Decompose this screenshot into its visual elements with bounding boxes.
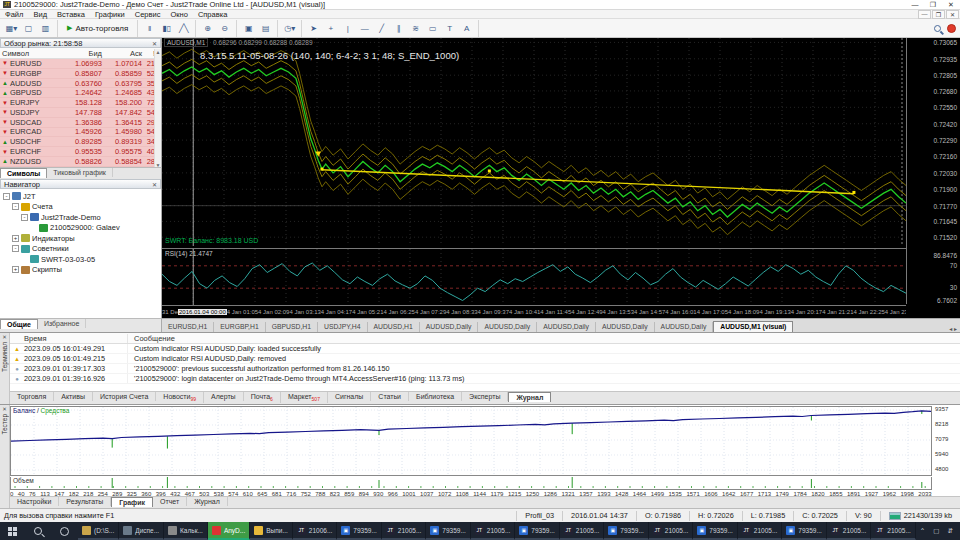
menu-item-Справка[interactable]: Справка [193, 10, 232, 19]
tray-network-icon[interactable]: ⇵ [947, 527, 952, 535]
taskbar-item-21005...[interactable]: JT21005... [738, 522, 783, 540]
tree-item-Индикаторы[interactable]: +Индикаторы [0, 233, 161, 244]
chart-tab-0[interactable]: EURUSD,H1 [162, 322, 214, 332]
tree-item-2100529000: Galaev[interactable]: 2100529000: Galaev [0, 223, 161, 234]
tab-Общие[interactable]: Общие [0, 319, 38, 329]
terminal-tab-Новости[interactable]: Новости99 [156, 392, 204, 403]
taskbar-item-79359...[interactable]: ▣79359... [337, 522, 382, 540]
crosshair-button[interactable]: + [323, 21, 338, 35]
chart-tab-4[interactable]: AUDUSD,H1 [368, 322, 420, 332]
record-icon[interactable] [947, 24, 956, 33]
bar-chart-button[interactable]: ‖ [142, 21, 157, 35]
tree-item-Just2Trade-Demo[interactable]: -Just2Trade-Demo [0, 212, 161, 223]
chart-tab-5[interactable]: AUDUSD,Daily [420, 322, 479, 332]
candlestick-button[interactable]: ▮▯ [159, 21, 174, 35]
zoom-out-button[interactable]: ⊖ [217, 21, 232, 35]
terminal-tab-Библиотека[interactable]: Библиотека [409, 392, 462, 401]
tree-toggle-icon[interactable]: - [12, 203, 19, 210]
cursor-button[interactable]: ➤ [306, 21, 321, 35]
tree-item-J2T[interactable]: -J2T [0, 191, 161, 202]
mdi-minimize-button[interactable]: — [918, 10, 931, 19]
chart-tab-2[interactable]: GBPUSD,H1 [266, 322, 318, 332]
table-row-GBPUSD[interactable]: ▲GBPUSD1.246421.2468543 [0, 88, 161, 98]
taskbar-item-AnyD...[interactable]: AnyD... [208, 522, 250, 540]
main-chart-plot[interactable]: SWRT: Баланс: 8983.18 USD [162, 38, 906, 246]
terminal-tab-Активы[interactable]: Активы [54, 392, 93, 401]
chart-window[interactable]: AUDUSD,M1 0.68296 0.68299 0.68288 0.6828… [162, 38, 960, 332]
table-row-EURJPY[interactable]: ▼EURJPY158.128158.20072 [0, 98, 161, 108]
table-row-AUDUSD[interactable]: ▲AUDUSD0.637600.6379535 [0, 79, 161, 89]
tree-item-Счета[interactable]: -Счета [0, 202, 161, 213]
taskbar-item-(D:\S...[interactable]: (D:\S... [78, 522, 119, 540]
market-watch-scrollbar[interactable]: ▲▼ [154, 49, 161, 168]
cortana-icon[interactable] [60, 527, 69, 536]
maximize-button[interactable]: ❐ [924, 1, 942, 9]
menu-item-Графики[interactable]: Графики [90, 10, 130, 19]
mdi-restore-button[interactable]: ❐ [932, 10, 945, 19]
vertical-line-button[interactable]: | [340, 21, 355, 35]
table-row-USDCAD[interactable]: ▼USDCAD1.363861.3641529 [0, 118, 161, 128]
tab-Символы[interactable]: Символы [0, 168, 47, 178]
taskbar-item-21005...[interactable]: JT21005... [560, 522, 605, 540]
periods-button[interactable]: ◷▾ [282, 21, 297, 35]
cascade-windows-button[interactable]: ▤ [258, 21, 273, 35]
fibonacci-button[interactable]: ≋ [408, 21, 423, 35]
terminal-tab-Эксперты[interactable]: Эксперты [462, 392, 508, 401]
tree-item-Скрипты[interactable]: +Скрипты [0, 265, 161, 276]
autotrade-button[interactable]: ▶Авто-торговля [62, 21, 133, 35]
table-row-USDJPY[interactable]: ▼USDJPY147.788147.84254 [0, 108, 161, 118]
taskbar-item-21006...[interactable]: JT21006... [293, 522, 338, 540]
taskbar-item-79359...[interactable]: ▣79359... [515, 522, 560, 540]
taskbar-item-79359...[interactable]: ▣79359... [426, 522, 471, 540]
taskbar-item-21005...[interactable]: JT21005... [871, 522, 916, 540]
menu-item-Файл[interactable]: Файл [0, 10, 28, 19]
rsi-subwindow[interactable]: RSI(14) 21.4747 [162, 248, 906, 304]
table-row-EURUSD[interactable]: ▼EURUSD1.069931.0701421 [0, 59, 161, 69]
terminal-tab-Маркет[interactable]: Маркет507 [281, 392, 328, 403]
taskbar-item-79359...[interactable]: ▣79359... [693, 522, 738, 540]
navigator-close-icon[interactable]: ✕ [152, 181, 157, 188]
mdi-close-button[interactable]: ✕ [946, 10, 959, 19]
taskbar-item-Кальк...[interactable]: Кальк... [164, 522, 208, 540]
trendline-button[interactable]: ╱ [374, 21, 389, 35]
taskbar-item-Диспе...[interactable]: Диспе... [119, 522, 164, 540]
tile-windows-button[interactable]: ▣ [241, 21, 256, 35]
chart-tab-scroll-arrows[interactable]: ◂ ▸ [949, 325, 960, 332]
tester-tab-График[interactable]: График [111, 497, 153, 507]
taskbar-item-79359...[interactable]: ▣79359... [604, 522, 649, 540]
tree-item-SWRT-03-03-05[interactable]: SWRT-03-03-05 [0, 254, 161, 265]
menu-item-Вставка[interactable]: Вставка [52, 10, 90, 19]
tester-tab-Отчет[interactable]: Отчет [153, 497, 187, 506]
chart-tab-6[interactable]: AUDUSD,Daily [478, 322, 537, 332]
horizontal-line-button[interactable]: — [357, 21, 372, 35]
terminal-tab-Сигналы[interactable]: Сигналы [328, 392, 371, 401]
chart-tab-9[interactable]: AUDUSD,Daily [655, 322, 714, 332]
taskbar-item-21005...[interactable]: JT21005... [649, 522, 694, 540]
line-chart-button[interactable]: ╱╲ [176, 21, 191, 35]
chart-tab-7[interactable]: AUDUSD,Daily [537, 322, 596, 332]
taskbar-item-21005...[interactable]: JT21005... [471, 522, 516, 540]
market-watch-close-icon[interactable]: ✕ [152, 40, 157, 47]
chart-tab-3[interactable]: USDJPY,H4 [318, 322, 368, 332]
taskbar-item-Выпи...[interactable]: Выпи... [250, 522, 293, 540]
chart-tab-10[interactable]: AUDUSD,M1 (visual) [713, 321, 793, 332]
taskbar-item-79359...[interactable]: ▣79359... [782, 522, 827, 540]
start-button[interactable] [8, 527, 17, 536]
tree-item-Советники[interactable]: -Советники [0, 244, 161, 255]
tab-Избранное[interactable]: Избранное [38, 319, 86, 328]
chart-tab-1[interactable]: EURGBP,H1 [214, 322, 265, 332]
tray-window-icon[interactable]: ▢ [933, 527, 939, 535]
chart-tab-8[interactable]: AUDUSD,Daily [596, 322, 655, 332]
tray-chevron-icon[interactable]: ⌃ [920, 527, 925, 535]
taskbar-search-icon[interactable] [34, 527, 42, 535]
journal-time-column[interactable]: Время [10, 334, 128, 343]
zoom-in-button[interactable]: ⊕ [200, 21, 215, 35]
tester-tab-Журнал[interactable]: Журнал [187, 497, 228, 506]
close-button[interactable]: ✕ [942, 1, 960, 9]
tree-toggle-icon[interactable]: - [12, 245, 19, 252]
table-row-USDCHF[interactable]: ▲USDCHF0.892850.8931934 [0, 137, 161, 147]
taskbar-item-21005...[interactable]: JT21005... [382, 522, 427, 540]
tester-tab-Настройки[interactable]: Настройки [10, 497, 59, 506]
terminal-tab-История Счета[interactable]: История Счета [93, 392, 156, 401]
tree-toggle-icon[interactable]: + [12, 235, 19, 242]
